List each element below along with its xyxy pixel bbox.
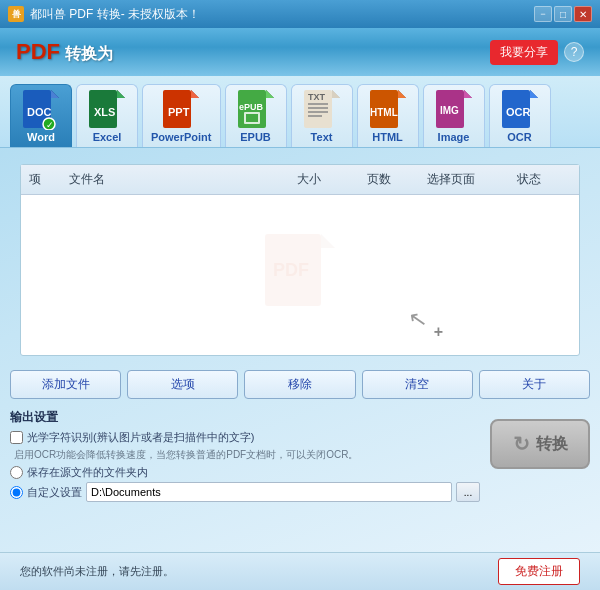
add-file-button[interactable]: 添加文件 — [10, 370, 121, 399]
convert-block: ↻ 转换 — [490, 409, 590, 469]
options-button[interactable]: 选项 — [127, 370, 238, 399]
text-icon: TXT — [303, 91, 341, 129]
save-source-row: 保存在源文件的文件夹内 — [10, 465, 480, 480]
window-title: 都叫兽 PDF 转换- 未授权版本！ — [30, 6, 200, 23]
main-window: PDF 转换为 我要分享 ? DOC ✓ Word — [0, 28, 600, 590]
svg-text:HTML: HTML — [370, 107, 398, 118]
output-settings: 输出设置 光学字符识别(辨认图片或者是扫描件中的文字) 启用OCR功能会降低转换… — [10, 409, 480, 504]
header-area: PDF 转换为 我要分享 ? — [0, 28, 600, 76]
custom-path-label: 自定义设置 — [27, 485, 82, 500]
svg-text:DOC: DOC — [27, 106, 52, 118]
file-list-area: 项 文件名 大小 页数 选择页面 状态 PDF ↖ + — [20, 164, 580, 356]
col-header-size: 大小 — [289, 169, 359, 190]
ocr-label-text: 光学字符识别(辨认图片或者是扫描件中的文字) — [27, 430, 254, 445]
excel-icon: XLS — [88, 91, 126, 129]
svg-text:IMG: IMG — [440, 105, 459, 116]
add-icon: + — [434, 323, 443, 341]
ocr-note: 启用OCR功能会降低转换速度，当您转换普通的PDF文档时，可以关闭OCR。 — [14, 448, 358, 462]
svg-text:TXT: TXT — [308, 92, 326, 102]
tab-image-label: Image — [438, 131, 470, 143]
col-header-name: 文件名 — [61, 169, 289, 190]
save-source-radio[interactable] — [10, 466, 23, 479]
tab-ocr-label: OCR — [507, 131, 531, 143]
title-controls: － □ ✕ — [534, 6, 592, 22]
custom-path-radio[interactable] — [10, 486, 23, 499]
convert-button[interactable]: ↻ 转换 — [490, 419, 590, 469]
minimize-button[interactable]: － — [534, 6, 552, 22]
svg-marker-30 — [398, 90, 406, 98]
html-icon: HTML — [369, 91, 407, 129]
svg-text:PDF: PDF — [273, 260, 309, 280]
tab-html[interactable]: HTML HTML — [357, 84, 419, 147]
col-header-pages: 页数 — [359, 169, 419, 190]
svg-marker-8 — [117, 90, 125, 98]
svg-marker-34 — [464, 90, 472, 98]
drop-zone[interactable]: PDF ↖ + — [21, 195, 579, 355]
svg-marker-16 — [266, 90, 274, 98]
button-row: 添加文件 选项 移除 清空 关于 — [0, 364, 600, 405]
settings-title: 输出设置 — [10, 409, 480, 426]
tab-text[interactable]: TXT Text — [291, 84, 353, 147]
svg-marker-12 — [191, 90, 199, 98]
col-header-index: 项 — [21, 169, 61, 190]
tab-html-label: HTML — [372, 131, 403, 143]
ocr-icon: OCR — [501, 91, 539, 129]
clear-button[interactable]: 清空 — [362, 370, 473, 399]
col-header-status: 状态 — [509, 169, 579, 190]
image-icon: IMG — [435, 91, 473, 129]
remove-button[interactable]: 移除 — [244, 370, 355, 399]
save-source-label: 保存在源文件的文件夹内 — [27, 465, 148, 480]
browse-button[interactable]: ... — [456, 482, 480, 502]
settings-convert-row: 输出设置 光学字符识别(辨认图片或者是扫描件中的文字) 启用OCR功能会降低转换… — [0, 405, 600, 508]
about-button[interactable]: 关于 — [479, 370, 590, 399]
tab-powerpoint[interactable]: PPT PowerPoint — [142, 84, 221, 147]
help-button[interactable]: ? — [564, 42, 584, 62]
title-bar-left: 兽 都叫兽 PDF 转换- 未授权版本！ — [8, 6, 200, 23]
convert-icon: ↻ — [513, 432, 530, 456]
tab-powerpoint-label: PowerPoint — [151, 131, 212, 143]
tab-excel-label: Excel — [93, 131, 122, 143]
custom-path-row: 自定义设置 ... — [10, 482, 480, 502]
tab-word-label: Word — [27, 131, 55, 143]
svg-marker-2 — [51, 90, 59, 98]
registration-text: 您的软件尚未注册，请先注册。 — [20, 564, 174, 579]
svg-text:XLS: XLS — [94, 106, 115, 118]
title-bar: 兽 都叫兽 PDF 转换- 未授权版本！ － □ ✕ — [0, 0, 600, 28]
svg-text:✓: ✓ — [46, 120, 54, 130]
svg-text:PPT: PPT — [168, 106, 190, 118]
ocr-label[interactable]: 光学字符识别(辨认图片或者是扫描件中的文字) — [10, 430, 254, 445]
tab-ocr[interactable]: OCR OCR — [489, 84, 551, 147]
ocr-note-row: 启用OCR功能会降低转换速度，当您转换普通的PDF文档时，可以关闭OCR。 — [10, 448, 480, 462]
bottom-bar: 您的软件尚未注册，请先注册。 免费注册 — [0, 552, 600, 590]
tab-epub[interactable]: ePUB EPUB — [225, 84, 287, 147]
ocr-checkbox[interactable] — [10, 431, 23, 444]
cursor-icon: ↖ — [407, 306, 429, 335]
ocr-row: 光学字符识别(辨认图片或者是扫描件中的文字) — [10, 430, 480, 445]
share-button[interactable]: 我要分享 — [490, 40, 558, 65]
epub-icon: ePUB — [237, 91, 275, 129]
word-icon: DOC ✓ — [22, 91, 60, 129]
tab-image[interactable]: IMG Image — [423, 84, 485, 147]
svg-text:OCR: OCR — [506, 106, 531, 118]
svg-marker-22 — [332, 90, 340, 98]
svg-marker-38 — [530, 90, 538, 98]
maximize-button[interactable]: □ — [554, 6, 572, 22]
tab-text-label: Text — [311, 131, 333, 143]
tab-epub-label: EPUB — [240, 131, 271, 143]
app-title: PDF 转换为 — [16, 39, 113, 65]
svg-rect-19 — [246, 114, 258, 122]
app-icon: 兽 — [8, 6, 24, 22]
path-input[interactable] — [86, 482, 452, 502]
svg-text:ePUB: ePUB — [239, 102, 264, 112]
share-area: 我要分享 ? — [490, 40, 584, 65]
register-button[interactable]: 免费注册 — [498, 558, 580, 585]
tab-word[interactable]: DOC ✓ Word — [10, 84, 72, 147]
svg-marker-41 — [321, 234, 335, 248]
tab-excel[interactable]: XLS Excel — [76, 84, 138, 147]
powerpoint-icon: PPT — [162, 91, 200, 129]
convert-label: 转换 — [536, 434, 568, 455]
pdf-ghost-image: PDF — [265, 234, 335, 317]
pdf-label: PDF — [16, 39, 60, 64]
close-button[interactable]: ✕ — [574, 6, 592, 22]
table-header: 项 文件名 大小 页数 选择页面 状态 — [21, 165, 579, 195]
